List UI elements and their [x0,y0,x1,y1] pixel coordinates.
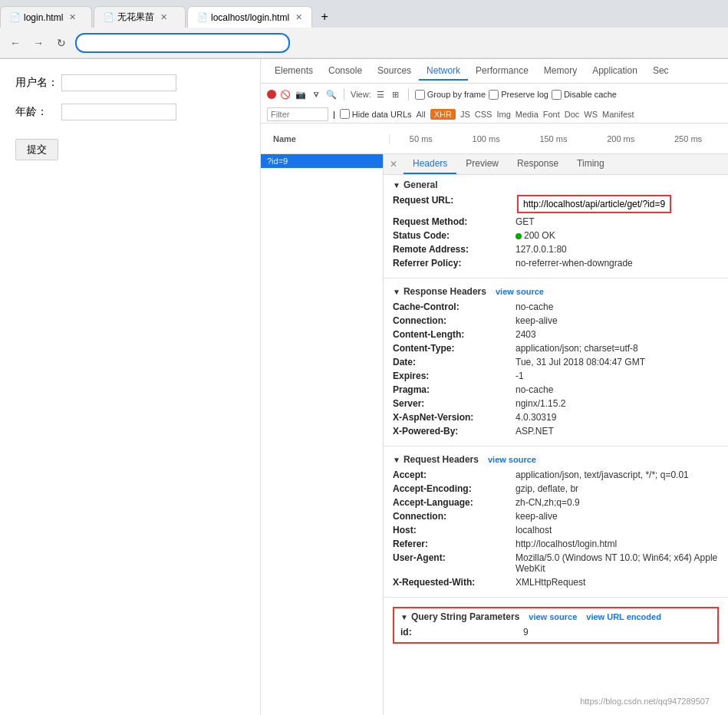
timeline-50ms: 50 ms [410,134,433,143]
sep3: | [333,110,335,119]
tab-close-btn3[interactable]: ✕ [295,12,302,22]
reqh-accept-language: Accept-Language: zh-CN,zh;q=0.9 [393,496,719,509]
field-value-referrer-policy: no-referrer-when-downgrade [516,258,633,269]
preserve-log-label[interactable]: Preserve log [489,90,548,100]
response-headers-view-source[interactable]: view source [496,287,544,296]
request-headers-title: Request Headers [404,454,479,465]
reqh-value-referer: http://localhost/login.html [516,539,617,549]
detail-tab-timing[interactable]: Timing [568,154,614,174]
preserve-log-checkbox[interactable] [489,90,499,100]
general-title: General [404,180,438,190]
record-btn[interactable] [267,90,276,99]
username-row: 用户名： [15,74,245,91]
devtools-tab-memory[interactable]: Memory [536,62,585,81]
devtools-tab-console[interactable]: Console [321,62,370,81]
rh-value-aspnet: 4.0.30319 [516,412,556,423]
query-params-header[interactable]: ▼ Query String Parameters view source vi… [400,611,711,622]
reqh-accept-encoding: Accept-Encoding: gzip, deflate, br [393,482,719,496]
age-input[interactable] [61,104,176,120]
clear-btn[interactable]: 🚫 [279,88,292,100]
view-list-btn[interactable]: ☰ [374,88,387,100]
group-by-frame-checkbox[interactable] [415,90,425,100]
disable-cache-label[interactable]: Disable cache [552,90,617,100]
reqh-referer: Referer: http://localhost/login.html [393,537,719,551]
filter-input[interactable] [267,107,328,121]
view-grid-btn[interactable]: ⊞ [390,88,402,100]
back-btn[interactable]: ← [6,34,25,52]
timeline-250ms: 250 ms [674,134,702,143]
tab-close-btn2[interactable]: ✕ [160,12,167,22]
detail-tab-headers[interactable]: Headers [404,154,456,174]
reqh-value-host: localhost [516,525,552,535]
rh-value-powered: ASP.NET [516,426,554,437]
camera-btn[interactable]: 📷 [295,88,307,100]
tab-localhost[interactable]: 📄 localhost/login.html ✕ [187,6,312,28]
hide-data-urls-label[interactable]: Hide data URLs [340,109,412,119]
devtools-tab-network[interactable]: Network [419,62,468,81]
disable-cache-checkbox[interactable] [552,90,562,100]
detail-tab-preview[interactable]: Preview [456,154,508,174]
filter-js[interactable]: JS [460,110,470,119]
new-tab-btn[interactable]: + [314,6,335,28]
request-headers-header[interactable]: ▼ Request Headers view source [393,454,719,465]
filter-media[interactable]: Media [516,110,539,119]
field-name-status: Status Code: [393,230,516,241]
general-header[interactable]: ▼ General [393,180,719,190]
general-toggle: ▼ [393,181,400,189]
filter-ws[interactable]: WS [584,110,598,119]
detail-panel: ✕ Headers Preview Response Timing ▼ Gene… [384,154,728,715]
watermark: https://blog.csdn.net/qq947289507 [577,695,713,707]
devtools-tab-application[interactable]: Application [585,62,645,81]
query-params-view-source[interactable]: view source [529,612,577,621]
hide-data-urls-checkbox[interactable] [340,109,350,119]
devtools-tab-sec[interactable]: Sec [645,62,677,81]
timeline-header: Name 50 ms 100 ms 150 ms 200 ms 250 ms [261,124,728,154]
rh-content-type: Content-Type: application/json; charset=… [393,341,719,355]
submit-button[interactable]: 提交 [15,139,58,160]
search-btn[interactable]: 🔍 [325,88,338,100]
forward-btn[interactable]: → [29,34,48,52]
filter-font[interactable]: Font [543,110,560,119]
query-params-section: ▼ Query String Parameters view source vi… [384,601,728,650]
address-bar-input[interactable]: localhost/login.html [75,33,290,53]
network-item-id9[interactable]: ?id=9 [261,154,383,168]
rh-value-server: nginx/1.15.2 [516,398,565,409]
rh-connection: Connection: keep-alive [393,314,719,328]
query-params-view-url-encoded[interactable]: view URL encoded [586,612,661,621]
reload-btn[interactable]: ↻ [52,34,71,52]
devtools-tab-elements[interactable]: Elements [267,62,321,81]
filter-xhr[interactable]: XHR [430,109,456,120]
field-request-url: Request URL: http://localhost/api/articl… [393,193,719,215]
timeline-100ms: 100 ms [473,134,500,143]
request-headers-view-source[interactable]: view source [488,455,536,464]
tab-wuhuaguomiao[interactable]: 📄 无花果苗 ✕ [94,6,186,28]
filter-all[interactable]: All [417,110,426,119]
filter-doc[interactable]: Doc [565,110,580,119]
field-value-request-url: http://localhost/api/article/get/?id=9 [517,195,671,213]
response-headers-header[interactable]: ▼ Response Headers view source [393,286,719,297]
rh-value-content-length: 2403 [516,329,536,340]
tab-close-btn[interactable]: ✕ [69,12,76,22]
filter-css[interactable]: CSS [475,110,492,119]
detail-tab-response[interactable]: Response [508,154,568,174]
query-params-box: ▼ Query String Parameters view source vi… [393,607,719,644]
field-value-method: GET [516,216,535,227]
reqh-name-accept-language: Accept-Language: [393,497,516,508]
reqh-value-connection: keep-alive [516,511,558,522]
group-by-frame-label[interactable]: Group by frame [415,90,486,100]
sep1 [344,88,344,100]
detail-close-btn[interactable]: ✕ [384,155,404,173]
field-name-remote: Remote Address: [393,244,516,255]
timeline-200ms: 200 ms [607,134,634,143]
filter-img[interactable]: Img [496,110,510,119]
tab-login-html[interactable]: 📄 login.html ✕ [0,6,92,28]
rh-name-powered: X-Powered-By: [393,426,516,437]
username-input[interactable] [61,74,176,91]
devtools-tab-performance[interactable]: Performance [468,62,536,81]
rh-name-pragma: Pragma: [393,384,516,395]
filter-btn[interactable]: ⛛ [310,88,322,100]
age-label: 年龄： [15,105,61,119]
devtools-tab-sources[interactable]: Sources [370,62,419,81]
filter-manifest[interactable]: Manifest [602,110,634,119]
rh-content-length: Content-Length: 2403 [393,328,719,341]
